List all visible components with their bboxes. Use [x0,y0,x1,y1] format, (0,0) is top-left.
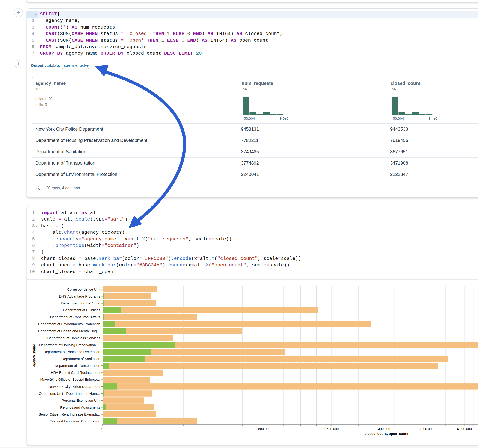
svg-text:New York City Police Departmen: New York City Police Department [49,385,101,389]
svg-text:Taxi and Limousine Commission: Taxi and Limousine Commission [50,419,100,423]
svg-text:Department of Consumer Affairs: Department of Consumer Affairs [50,315,101,319]
svg-text:Department of Housing Preserva: Department of Housing Preservation … [39,343,100,347]
svg-text:Refunds and Adjustments: Refunds and Adjustments [60,405,100,409]
svg-text:closed_count, open_count: closed_count, open_count [365,432,408,436]
svg-text:Department of Buildings: Department of Buildings [63,308,100,312]
svg-text:Department for the Aging: Department for the Aging [61,301,100,305]
svg-text:3,200,000: 3,200,000 [419,427,434,431]
svg-text:Personal Exemption Unit: Personal Exemption Unit [62,398,101,402]
svg-text:Senior Citizen Rent Increase E: Senior Citizen Rent Increase Exempti… [38,412,100,416]
svg-text:Department of Transportation: Department of Transportation [55,364,100,367]
svg-text:1,600,000: 1,600,000 [324,427,339,431]
svg-text:Correspondence Unit: Correspondence Unit [67,287,100,291]
svg-text:DHS Advantage Programs: DHS Advantage Programs [59,294,100,298]
svg-text:agency_name: agency_name [32,344,36,367]
svg-text:Department of Homeless Service: Department of Homeless Services [47,336,101,340]
svg-text:Mayorâ€ s Office of Special En: Mayorâ€ s Office of Special Enforce… [40,378,100,381]
svg-text:4,000,000: 4,000,000 [457,427,472,431]
svg-text:800,000: 800,000 [258,427,270,431]
svg-text:Department of Health and Menta: Department of Health and Mental Hyg… [38,329,100,333]
svg-text:Department of Environmental Pr: Department of Environmental Protection [38,322,100,326]
svg-text:2,400,000: 2,400,000 [375,427,390,431]
svg-text:Operations Unit - Department o: Operations Unit - Department of Hom… [39,392,100,395]
svg-text:Department of Parks and Recrea: Department of Parks and Recreation [43,350,100,354]
svg-text:0: 0 [101,427,103,431]
svg-text:HRA Benefit Card Replacement: HRA Benefit Card Replacement [51,371,101,374]
svg-text:Department of Sanitation: Department of Sanitation [62,357,100,361]
